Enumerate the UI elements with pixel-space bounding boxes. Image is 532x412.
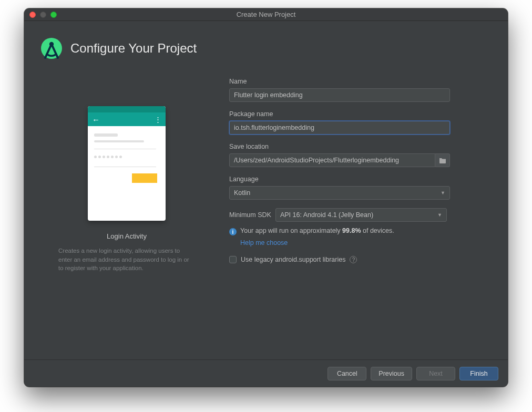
minimum-sdk-select-value: API 16: Android 4.1 (Jelly Bean) bbox=[280, 211, 373, 219]
footer: Cancel Previous Next Finish bbox=[24, 359, 508, 387]
cancel-button[interactable]: Cancel bbox=[328, 367, 366, 380]
name-label: Name bbox=[229, 78, 487, 85]
info-text-prefix: Your app will run on approximately bbox=[240, 227, 342, 234]
package-name-input[interactable]: io.tsh.flutterloginembedding bbox=[229, 121, 450, 135]
next-button: Next bbox=[416, 367, 455, 380]
device-coverage-info: i Your app will run on approximately 99.… bbox=[229, 227, 487, 235]
language-select-value: Kotlin bbox=[234, 189, 250, 197]
language-label: Language bbox=[229, 176, 487, 183]
finish-button[interactable]: Finish bbox=[459, 367, 498, 380]
info-text-percent: 99.8% bbox=[342, 227, 361, 234]
titlebar: Create New Project bbox=[24, 8, 508, 21]
folder-icon bbox=[439, 157, 446, 163]
legacy-libraries-checkbox[interactable] bbox=[229, 256, 237, 263]
form-column: Name Flutter login embedding Package nam… bbox=[229, 76, 487, 359]
save-location-input[interactable]: /Users/zed/AndroidStudioProjects/Flutter… bbox=[229, 153, 435, 167]
minimum-sdk-select[interactable]: API 16: Android 4.1 (Jelly Bean) ▼ bbox=[275, 208, 447, 222]
name-input-value: Flutter login embedding bbox=[234, 91, 303, 99]
info-icon: i bbox=[229, 228, 237, 235]
browse-folder-button[interactable] bbox=[435, 153, 450, 167]
chevron-down-icon: ▼ bbox=[441, 190, 445, 195]
template-name: Login Activity bbox=[107, 232, 147, 240]
template-preview-column: ← ⋮ Login Activity Creates a new login a… bbox=[45, 76, 208, 359]
language-select[interactable]: Kotlin ▼ bbox=[229, 186, 450, 200]
info-text-suffix: of devices. bbox=[361, 227, 394, 234]
template-description: Creates a new login activity, allowing u… bbox=[58, 246, 195, 273]
dialog-window: Create New Project Configure Your Projec… bbox=[24, 8, 508, 387]
legacy-libraries-label: Use legacy android.support libraries bbox=[241, 256, 345, 263]
overflow-menu-icon: ⋮ bbox=[155, 116, 161, 123]
chevron-down-icon: ▼ bbox=[437, 212, 442, 218]
package-name-input-value: io.tsh.flutterloginembedding bbox=[234, 124, 314, 131]
page-title: Configure Your Project bbox=[70, 41, 197, 56]
template-preview-image: ← ⋮ bbox=[88, 106, 166, 221]
previous-button[interactable]: Previous bbox=[371, 367, 412, 380]
name-input[interactable]: Flutter login embedding bbox=[229, 88, 450, 102]
save-location-label: Save location bbox=[229, 143, 487, 150]
help-me-choose-link[interactable]: Help me choose bbox=[240, 239, 288, 246]
body: ← ⋮ Login Activity Creates a new login a… bbox=[24, 76, 508, 359]
save-location-input-value: /Users/zed/AndroidStudioProjects/Flutter… bbox=[234, 157, 399, 164]
help-icon[interactable]: ? bbox=[350, 256, 357, 263]
back-arrow-icon: ← bbox=[92, 115, 100, 124]
package-name-label: Package name bbox=[229, 110, 487, 118]
android-studio-logo-icon bbox=[40, 37, 63, 60]
header: Configure Your Project bbox=[24, 21, 508, 76]
minimum-sdk-label: Minimum SDK bbox=[229, 211, 271, 219]
window-title: Create New Project bbox=[24, 11, 508, 18]
